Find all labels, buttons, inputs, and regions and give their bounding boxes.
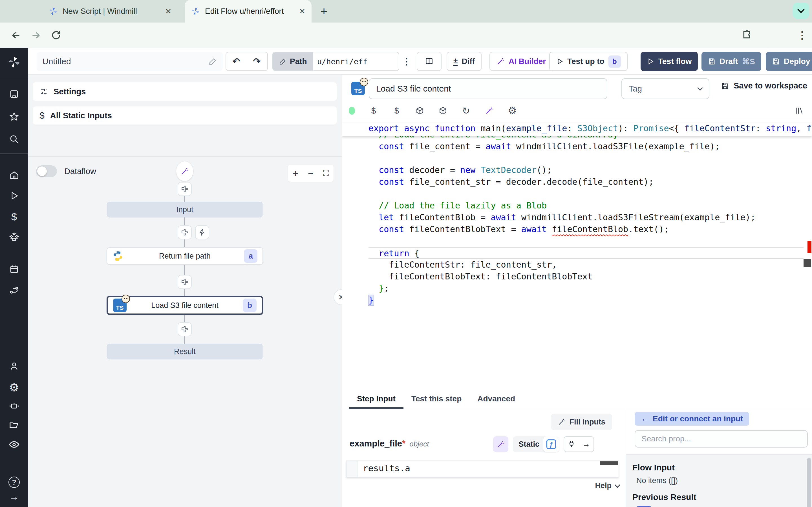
tab-test-this-step[interactable]: Test this step	[403, 389, 469, 409]
collapse-arrow-icon[interactable]: →	[0, 491, 28, 503]
tab-search-button[interactable]	[793, 3, 809, 19]
code-line	[368, 235, 804, 247]
flow-title-box[interactable]: Untitled	[37, 52, 223, 71]
browser-tab-inactive[interactable]: New Script | Windmill ✕	[42, 0, 177, 22]
browser-tab-active[interactable]: Edit Flow u/henri/effortless_fl ✕	[185, 0, 312, 22]
add-step-button[interactable]	[177, 182, 192, 196]
package-icon[interactable]	[408, 106, 432, 115]
reload-button[interactable]	[49, 27, 64, 43]
code-editor[interactable]: export async function main(example_file:…	[342, 119, 812, 389]
browser-toolbar: app.windmill.dev/flows/edit/u/henri/effo…	[0, 22, 812, 48]
arrow-right-icon[interactable]: →	[579, 440, 594, 449]
workers-robot-icon[interactable]	[0, 400, 28, 411]
browser-menu-icon[interactable]: ⋮	[795, 27, 810, 43]
new-tab-button[interactable]: +	[317, 4, 331, 18]
forward-button[interactable]	[28, 27, 43, 43]
home-icon[interactable]	[0, 170, 28, 180]
docs-book-button[interactable]	[417, 52, 442, 71]
static-toggle-group[interactable]: Static f	[513, 436, 559, 452]
static-inputs-icon[interactable]: $	[362, 106, 385, 115]
zoom-out-button[interactable]: −	[308, 168, 313, 179]
runs-icon[interactable]	[0, 191, 28, 201]
expr-scrollbar-thumb[interactable]	[600, 461, 618, 465]
script-assets-icon[interactable]	[786, 106, 812, 115]
required-asterisk: *	[402, 439, 405, 449]
undo-button[interactable]: ↶	[225, 52, 247, 71]
search-icon[interactable]	[0, 134, 28, 144]
previous-result-item[interactable]: a : {"s3":"data.csv"}	[636, 506, 812, 507]
dataflow-toggle[interactable]	[36, 165, 57, 177]
redo-button[interactable]: ↷	[246, 52, 268, 71]
editor-settings-gear-icon[interactable]: ⚙	[501, 105, 524, 117]
tab-close-icon[interactable]: ✕	[165, 7, 171, 16]
package-icon[interactable]	[432, 106, 455, 115]
test-up-to-button[interactable]: Test up to b	[549, 52, 627, 71]
all-static-inputs-row[interactable]: $ All Static Inputs	[33, 107, 337, 124]
fullscreen-button[interactable]: ⛶	[323, 169, 329, 178]
flows-route-icon[interactable]	[0, 285, 28, 296]
save-to-workspace-button[interactable]: Save to workspace	[721, 81, 807, 91]
arg-expression-editor[interactable]: results.a	[346, 460, 619, 477]
step-b-node-selected[interactable]: TS Load S3 file content b ✕	[107, 296, 263, 315]
help-dropdown[interactable]: Help	[595, 482, 619, 490]
path-button[interactable]: Path	[273, 52, 313, 70]
tab-advanced[interactable]: Advanced	[469, 389, 523, 409]
settings-gear-icon[interactable]: ⚙	[0, 381, 28, 394]
tab-close-icon[interactable]: ✕	[299, 7, 305, 16]
ai-wand-icon[interactable]	[477, 107, 501, 115]
tag-select[interactable]: Tag	[621, 78, 709, 99]
result-a-badge[interactable]: a	[636, 506, 652, 507]
language-status-dot	[342, 107, 362, 115]
variables-icon[interactable]: $	[385, 106, 408, 115]
help-icon[interactable]: ?	[0, 476, 28, 488]
test-flow-button[interactable]: Test flow	[641, 52, 698, 71]
fill-inputs-button[interactable]: Fill inputs	[551, 414, 612, 430]
back-button[interactable]	[8, 27, 24, 43]
code-line: fileContentBlobText: fileContentBlobText	[368, 271, 804, 283]
chevron-down-icon	[797, 6, 804, 13]
editor-scrollbar-thumb[interactable]	[804, 259, 811, 267]
deploy-button[interactable]: Deploy	[766, 52, 812, 71]
search-prop-input[interactable]	[635, 430, 808, 448]
code-line	[368, 188, 804, 200]
resources-icon[interactable]	[0, 231, 28, 242]
tab-title: New Script | Windmill	[63, 7, 137, 16]
schedules-icon[interactable]	[0, 264, 28, 274]
draft-button[interactable]: Draft ⌘S	[702, 52, 761, 71]
settings-row[interactable]: Settings	[33, 82, 337, 101]
windmill-app: $ ⚙	[0, 48, 812, 507]
arg-row-label: example_file* object	[350, 439, 429, 449]
plug-icon[interactable]	[564, 440, 579, 448]
edit-or-connect-button[interactable]: ← Edit or connect an input	[635, 412, 749, 426]
workspace-icon[interactable]	[0, 89, 28, 99]
extensions-icon[interactable]	[740, 27, 755, 43]
audit-eye-icon[interactable]	[0, 439, 28, 450]
variables-icon[interactable]: $	[0, 211, 28, 223]
folders-icon[interactable]	[0, 420, 28, 431]
flow-input-node[interactable]: Input	[107, 202, 262, 217]
add-step-button[interactable]	[177, 225, 192, 239]
javascript-expr-button[interactable]: f	[543, 436, 559, 452]
editor-toolbar: $ $ ↻ ⚙	[342, 103, 812, 119]
connect-scrollbar-thumb[interactable]	[807, 458, 811, 507]
ai-builder-button[interactable]: AI Builder	[490, 52, 553, 71]
expr-value[interactable]: results.a	[358, 461, 410, 477]
more-options-kebab[interactable]: ⋮	[401, 52, 412, 71]
path-group[interactable]: Path u/henri/eff	[272, 52, 399, 71]
reload-icon[interactable]: ↻	[455, 105, 477, 116]
zoom-in-button[interactable]: +	[293, 168, 298, 179]
ai-flow-wand-button[interactable]	[176, 161, 193, 181]
step-a-node[interactable]: Return file path a	[107, 247, 263, 265]
favorites-star-icon[interactable]	[0, 112, 28, 122]
step-name-input[interactable]	[369, 78, 607, 99]
add-trigger-bolt-button[interactable]	[195, 225, 209, 239]
add-step-button[interactable]	[177, 322, 192, 336]
windmill-logo[interactable]	[0, 56, 28, 69]
flow-result-node[interactable]: Result	[107, 344, 262, 359]
edit-pencil-icon[interactable]	[209, 57, 217, 66]
tab-step-input[interactable]: Step Input	[349, 389, 403, 409]
user-icon[interactable]	[0, 361, 28, 371]
arg-ai-wand-button[interactable]	[493, 436, 508, 452]
diff-button[interactable]: ± Diff	[447, 52, 481, 71]
add-step-button[interactable]	[177, 275, 192, 289]
